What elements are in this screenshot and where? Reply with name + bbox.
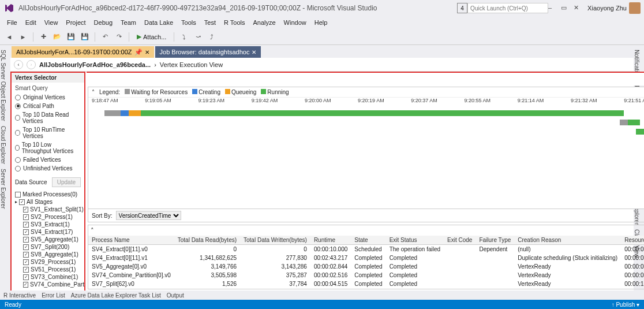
update-button[interactable]: Update bbox=[52, 177, 81, 187]
left-tab-server-explorer[interactable]: Server Explorer bbox=[0, 166, 8, 211]
menu-project[interactable]: Project bbox=[62, 18, 89, 27]
bottom-tab-error-list[interactable]: Error List bbox=[42, 292, 65, 299]
close-tab-icon[interactable]: ✕ bbox=[145, 49, 149, 55]
gantt-body[interactable]: Time9:22:43 AMMachineStageNameSV8Aggrega… bbox=[88, 107, 644, 209]
radio-icon[interactable] bbox=[15, 145, 20, 151]
checkbox-icon[interactable] bbox=[23, 267, 29, 273]
radio-failed-vertices[interactable]: Failed Vertices bbox=[15, 155, 81, 164]
radio-top-10-low-throughput-vertices[interactable]: Top 10 Low Throughput Vertices bbox=[15, 140, 81, 155]
stage-row[interactable]: SV7_Split(200) bbox=[15, 243, 81, 251]
col-header[interactable]: State bbox=[351, 236, 385, 245]
stage-row[interactable]: SV74_Combine_Partition(1) bbox=[15, 281, 81, 288]
checkbox-icon[interactable] bbox=[23, 207, 28, 213]
open-icon[interactable]: 📂 bbox=[51, 31, 63, 43]
doc-tab[interactable]: Job Browser: datainsightsadhoc✕ bbox=[155, 46, 261, 58]
table-row[interactable]: SV4_Extract[0][11].v11,341,682,625277,83… bbox=[88, 254, 644, 262]
pin-icon[interactable]: 📌 bbox=[134, 49, 143, 56]
radio-icon[interactable] bbox=[15, 115, 20, 121]
col-header[interactable]: Creation Reason bbox=[514, 236, 621, 245]
stage-row[interactable]: SV8_Aggregate(1) bbox=[15, 251, 81, 258]
menu-r-tools[interactable]: R Tools bbox=[220, 18, 248, 27]
checkbox-icon[interactable] bbox=[23, 229, 29, 235]
table-row[interactable]: SV8_Aggregate[0].v04,503,56641,77900:00:… bbox=[88, 288, 644, 289]
checkbox-icon[interactable] bbox=[23, 222, 29, 228]
checkbox-icon[interactable] bbox=[23, 259, 29, 265]
checkbox-icon[interactable] bbox=[23, 252, 29, 258]
restore-icon[interactable]: ▭ bbox=[561, 4, 569, 12]
col-header[interactable]: Process Name bbox=[88, 236, 174, 245]
checkbox-icon[interactable] bbox=[23, 282, 28, 288]
stage-row[interactable]: SV3_Extract(1) bbox=[15, 221, 81, 228]
col-header[interactable]: Total Data Read(bytes) bbox=[174, 236, 240, 245]
menu-file[interactable]: File bbox=[3, 18, 21, 27]
notification-flag-icon[interactable]: 4 bbox=[457, 3, 467, 13]
stage-row[interactable]: SV29_Process(1) bbox=[15, 258, 81, 266]
checkbox-icon[interactable] bbox=[23, 244, 29, 250]
radio-unfinished-vertices[interactable]: Unfinished Vertices bbox=[15, 164, 81, 173]
breadcrumb-doc[interactable]: AllJobsHourlyForAdHoc_a96bceda... bbox=[39, 61, 151, 68]
col-header[interactable]: Failure Type bbox=[475, 236, 514, 245]
checkbox-icon[interactable] bbox=[23, 237, 29, 243]
left-tab-cloud-explorer[interactable]: Cloud Explorer bbox=[0, 124, 8, 166]
menu-debug[interactable]: Debug bbox=[91, 18, 116, 27]
radio-top-10-runtime-vertices[interactable]: Top 10 RunTime Vertices bbox=[15, 125, 81, 140]
menu-data-lake[interactable]: Data Lake bbox=[141, 18, 177, 27]
stage-row[interactable]: SV4_Extract(17) bbox=[15, 228, 81, 236]
breadcrumb-fwd-icon[interactable]: › bbox=[27, 60, 36, 69]
stage-row[interactable]: SV5_Aggregate(1) bbox=[15, 236, 81, 243]
menu-analyze[interactable]: Analyze bbox=[249, 18, 279, 27]
menu-edit[interactable]: Edit bbox=[22, 18, 40, 27]
checkbox-icon[interactable] bbox=[15, 192, 21, 198]
bottom-tab-azure-data-lake-explorer-task-list[interactable]: Azure Data Lake Explorer Task List bbox=[71, 292, 161, 299]
menu-team[interactable]: Team bbox=[117, 18, 140, 27]
step-over-icon[interactable]: ⤻ bbox=[192, 31, 204, 43]
undo-icon[interactable]: ↶ bbox=[99, 31, 111, 43]
quick-launch-input[interactable] bbox=[467, 3, 548, 13]
doc-tab[interactable]: AllJobsHourlyForA...16-09-19T00:00:00Z📌✕ bbox=[12, 46, 154, 58]
radio-icon[interactable] bbox=[15, 166, 21, 172]
close-tab-icon[interactable]: ✕ bbox=[252, 49, 256, 55]
radio-top-10-data-read-vertices[interactable]: Top 10 Data Read Vertices bbox=[15, 110, 81, 125]
checkbox-icon[interactable] bbox=[23, 214, 29, 220]
sort-by-select[interactable]: VersionCreatedTime bbox=[116, 211, 181, 220]
stage-row[interactable]: SV2_Process(1) bbox=[15, 213, 81, 221]
menu-view[interactable]: View bbox=[41, 18, 62, 27]
new-item-icon[interactable]: ✚ bbox=[38, 31, 49, 43]
chevron-up-icon[interactable]: ˄ bbox=[92, 89, 95, 95]
menu-tools[interactable]: Tools bbox=[178, 18, 200, 27]
chevron-down-icon[interactable]: ▸ bbox=[15, 199, 17, 204]
avatar[interactable] bbox=[629, 2, 641, 14]
radio-icon[interactable] bbox=[15, 157, 21, 163]
radio-critical-path[interactable]: Critical Path bbox=[15, 102, 81, 110]
col-header[interactable]: Runtime bbox=[310, 236, 351, 245]
step-out-icon[interactable]: ⤴ bbox=[206, 31, 218, 43]
user-name[interactable]: Xiaoyong Zhu bbox=[587, 5, 627, 12]
breadcrumb-view[interactable]: Vertex Execution View bbox=[160, 61, 223, 68]
minimize-icon[interactable]: – bbox=[548, 4, 556, 12]
bottom-tab-r-interactive[interactable]: R Interactive bbox=[3, 292, 36, 299]
table-row[interactable]: SV5_Aggregate[0].v03,149,7663,143,28600:… bbox=[88, 262, 644, 271]
close-icon[interactable]: ✕ bbox=[574, 4, 582, 12]
stage-row[interactable]: SV73_Combine(1) bbox=[15, 273, 81, 281]
col-header[interactable]: Exit Code bbox=[444, 236, 475, 245]
publish-button[interactable]: ↑ Publish ▾ bbox=[612, 301, 639, 308]
checkbox-icon[interactable] bbox=[19, 199, 25, 205]
marked-processes-row[interactable]: Marked Processes(0) bbox=[15, 191, 81, 198]
attach-button[interactable]: ▶Attach... bbox=[133, 32, 170, 42]
breadcrumb-back-icon[interactable]: ‹ bbox=[14, 60, 23, 69]
col-header[interactable]: Resource Latency bbox=[621, 236, 644, 245]
table-row[interactable]: SV74_Combine_Partition[0].v03,505,598375… bbox=[88, 271, 644, 280]
radio-original-vertices[interactable]: Original Vertices bbox=[15, 93, 81, 102]
step-icon[interactable]: ⤵ bbox=[178, 31, 190, 43]
radio-icon[interactable] bbox=[15, 103, 21, 109]
col-header[interactable]: Total Data Written(bytes) bbox=[240, 236, 310, 245]
menu-help[interactable]: Help bbox=[311, 18, 331, 27]
nav-fwd-icon[interactable]: ► bbox=[17, 31, 29, 43]
chevron-up-icon[interactable]: ˄ bbox=[91, 227, 94, 234]
save-icon[interactable]: 💾 bbox=[65, 31, 77, 43]
table-row[interactable]: SV4_Extract[0][11].v00000:00:10.000Sched… bbox=[88, 245, 644, 254]
radio-icon[interactable] bbox=[15, 130, 20, 136]
all-stages-row[interactable]: ▸ All Stages bbox=[15, 198, 81, 206]
checkbox-icon[interactable] bbox=[23, 274, 29, 280]
save-all-icon[interactable]: 💾 bbox=[79, 31, 91, 43]
